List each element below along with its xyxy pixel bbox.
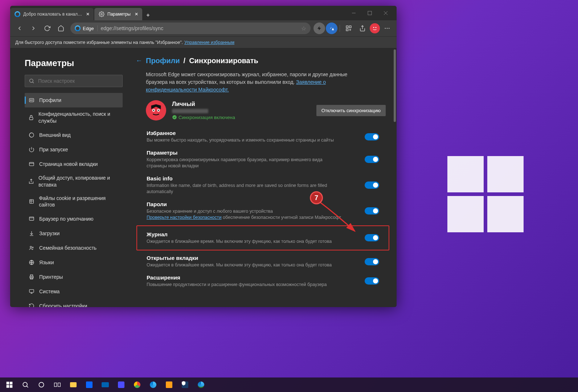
translate-ext-button[interactable] [326, 23, 337, 34]
sync-setting-4: ЖурналОжидается в ближайшее время. Мы вк… [136, 225, 389, 251]
tab-welcome[interactable]: Добро пожаловать в канал Mic ✕ [10, 8, 94, 20]
tab-settings[interactable]: Параметры ✕ [94, 8, 142, 20]
setting-toggle[interactable] [365, 234, 379, 241]
svg-rect-29 [29, 217, 34, 220]
sidebar-item-0[interactable]: Профили [25, 93, 123, 107]
sidebar-item-label: Страница новой вкладки [39, 161, 98, 167]
sidebar-item-3[interactable]: При запуске [25, 142, 123, 157]
search-taskbar-button[interactable] [18, 377, 33, 392]
svg-rect-7 [346, 29, 348, 31]
collections-button[interactable] [342, 22, 355, 35]
setting-toggle[interactable] [365, 181, 379, 189]
cortana-button[interactable] [34, 377, 49, 392]
sidebar-item-5[interactable]: Общий доступ, копирование и вставка [25, 171, 123, 192]
reset-icon [28, 303, 35, 307]
tab-strip: Добро пожаловать в канал Mic ✕ Параметры… [10, 6, 346, 20]
new-tab-button[interactable]: + [143, 10, 153, 20]
sidebar-item-4[interactable]: Страница новой вкладки [25, 157, 123, 171]
tab-close-button[interactable]: ✕ [85, 11, 91, 17]
svg-rect-56 [54, 383, 57, 387]
sidebar-item-10[interactable]: Языки [25, 255, 123, 270]
settings-content: Параметры ПрофилиКонфиденциальность, пои… [10, 48, 397, 307]
svg-rect-5 [346, 26, 348, 28]
disable-sync-button[interactable]: Отключить синхронизацию [316, 105, 386, 116]
sidebar-item-9[interactable]: Семейная безопасность [25, 241, 123, 255]
taskbar-app-chrome[interactable] [130, 377, 144, 392]
sidebar-item-label: Семейная безопасность [39, 245, 97, 251]
tab-label: Добро пожаловать в канал Mic [23, 12, 82, 17]
taskbar-app-edge-dev[interactable] [194, 377, 208, 392]
svg-point-47 [158, 110, 159, 111]
menu-button[interactable] [381, 22, 394, 35]
profile-info: Личный Синхронизация включена [172, 101, 311, 120]
setting-toggle[interactable] [365, 207, 379, 215]
back-button[interactable] [13, 22, 26, 35]
check-circle-icon [172, 115, 177, 120]
taskbar-app-bitwarden[interactable] [178, 377, 192, 392]
breadcrumb-back-button[interactable]: ← [136, 57, 142, 65]
setting-toggle[interactable] [365, 277, 379, 285]
sidebar-item-13[interactable]: Сбросить настройки [25, 299, 123, 307]
profile-email-blurred [172, 109, 208, 113]
printer-icon [28, 274, 35, 280]
power-icon [28, 147, 35, 152]
settings-sidebar: Параметры ПрофилиКонфиденциальность, пои… [10, 48, 134, 307]
svg-rect-36 [30, 275, 33, 276]
breadcrumb-leaf: Синхронизировать [189, 57, 258, 65]
svg-rect-20 [29, 117, 33, 120]
sidebar-item-12[interactable]: Система [25, 284, 123, 299]
setting-toggle[interactable] [365, 133, 379, 140]
svg-line-17 [33, 82, 34, 83]
ext-button-1[interactable] [313, 23, 325, 34]
tab-close-button[interactable]: ✕ [134, 11, 139, 17]
share-button[interactable] [356, 22, 369, 35]
setting-title: Расширения [147, 274, 327, 281]
sidebar-item-11[interactable]: Принтеры [25, 270, 123, 284]
setting-toggle[interactable] [365, 156, 379, 163]
taskbar-app-mail[interactable] [98, 377, 112, 392]
sidebar-item-label: Загрузки [39, 230, 60, 236]
sidebar-item-6[interactable]: Файлы cookie и разрешения сайтов [25, 192, 123, 212]
sidebar-item-8[interactable]: Загрузки [25, 226, 123, 241]
svg-point-13 [385, 28, 386, 29]
sidebar-item-7[interactable]: Браузер по умолчанию [25, 212, 123, 226]
svg-point-19 [30, 100, 32, 101]
svg-point-11 [373, 27, 374, 28]
svg-point-48 [172, 115, 177, 119]
taskbar-app-explorer[interactable] [66, 377, 81, 392]
taskbar-app-4[interactable] [162, 377, 176, 392]
url-input[interactable] [101, 25, 298, 31]
home-button[interactable] [54, 22, 67, 35]
setting-desc-link[interactable]: Проверьте настройки безопасности [147, 215, 222, 220]
profile-avatar-button[interactable] [370, 23, 380, 33]
settings-search[interactable] [25, 75, 123, 87]
start-button[interactable] [2, 377, 17, 392]
maximize-button[interactable] [362, 7, 378, 19]
sync-setting-2: Basic infoInformation like name, date of… [136, 172, 389, 198]
task-view-button[interactable] [50, 377, 65, 392]
address-bar[interactable]: Edge ☆ [70, 23, 311, 34]
svg-point-53 [23, 382, 27, 387]
breadcrumb-root[interactable]: Профили [146, 57, 180, 65]
profile-icon [28, 97, 35, 103]
minimize-button[interactable] [346, 7, 362, 19]
window-controls [346, 7, 394, 19]
settings-search-input[interactable] [38, 78, 119, 84]
svg-rect-26 [29, 200, 33, 204]
favorite-star-icon[interactable]: ☆ [301, 25, 306, 32]
edge-chip-label: Edge [83, 26, 94, 31]
forward-button[interactable] [27, 22, 40, 35]
gear-icon [99, 11, 104, 17]
taskbar-app-edge[interactable] [146, 377, 160, 392]
taskbar-app-store[interactable] [82, 377, 97, 392]
windows-taskbar [0, 377, 578, 392]
setting-desc: Безопасное хранение и доступ с любого ва… [147, 208, 341, 221]
taskbar-app-photos[interactable] [114, 377, 128, 392]
sidebar-item-2[interactable]: Внешний вид [25, 128, 123, 142]
sidebar-item-1[interactable]: Конфиденциальность, поиск и службы [25, 107, 123, 128]
close-window-button[interactable] [378, 7, 394, 19]
setting-title: Открытые вкладки [147, 255, 332, 261]
manage-favorites-link[interactable]: Управление избранным [184, 40, 234, 45]
setting-toggle[interactable] [365, 258, 379, 265]
refresh-button[interactable] [41, 22, 54, 35]
